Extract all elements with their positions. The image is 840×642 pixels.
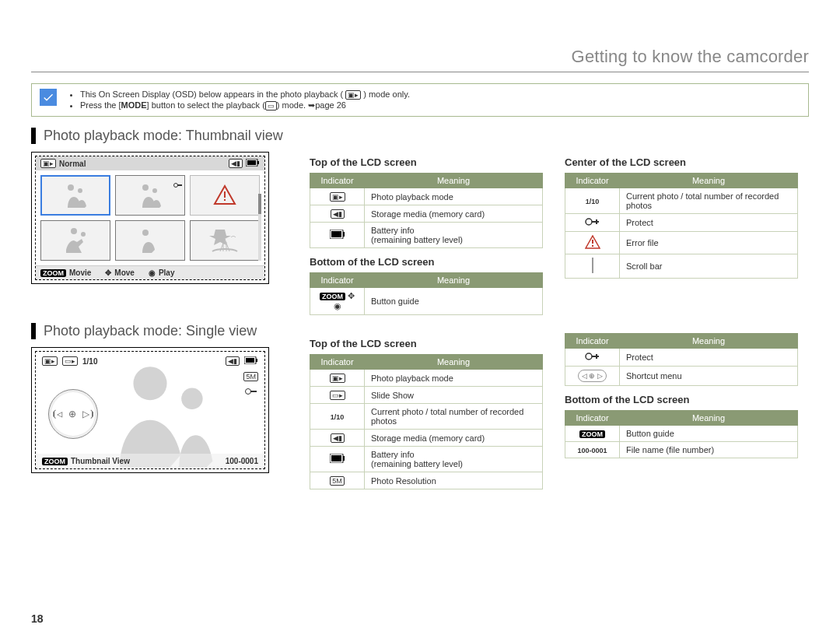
mode-button-label: MODE [121, 100, 147, 110]
filename-label: 100-0001 [226, 457, 258, 465]
svg-point-6 [152, 188, 157, 193]
page-number: 18 [31, 612, 44, 625]
label: Movie [69, 268, 91, 277]
photo-mode-icon: ▣▸ [42, 356, 58, 366]
th: Meaning [365, 355, 543, 370]
thumbnail-item[interactable] [115, 220, 185, 261]
thumbnail-view-button[interactable]: ZOOMThumbnail View [42, 457, 130, 465]
table-center-lcd: IndicatorMeaning 1/10Current photo / tot… [565, 173, 798, 279]
th: Indicator [565, 411, 620, 426]
thumbnail-item[interactable] [190, 175, 260, 216]
slideshow-icon: ▭▸ [62, 356, 78, 366]
thumbnail-item[interactable] [40, 220, 110, 261]
svg-rect-33 [592, 356, 599, 357]
svg-point-13 [142, 230, 149, 236]
svg-rect-8 [177, 184, 182, 186]
svg-rect-9 [224, 191, 226, 198]
normal-label: Normal [59, 160, 86, 168]
card-icon: ◀▮ [226, 356, 240, 366]
label: Move [114, 268, 135, 277]
zoom-icon: ZOOM [42, 458, 68, 465]
svg-point-12 [81, 232, 86, 237]
info-note-list: This On Screen Display (OSD) below appea… [68, 89, 410, 111]
photo-count: 1/10 [82, 357, 97, 366]
ok-icon: ◉ [334, 301, 341, 310]
svg-point-19 [245, 389, 250, 395]
th: Indicator [310, 355, 365, 370]
thumbnail-grid [40, 175, 260, 261]
table-top-lcd-a: IndicatorMeaning ▣▸Photo playback mode ◀… [310, 173, 543, 248]
table-bottom-lcd-a: IndicatorMeaning ZOOM ✥ ◉Button guide [310, 272, 543, 315]
svg-point-7 [174, 184, 178, 188]
filename-icon: 100-0001 [577, 447, 607, 454]
svg-point-4 [78, 188, 82, 193]
move-button[interactable]: ✥Move [105, 268, 135, 277]
meaning-cell: Current photo / total number of recorded… [620, 188, 798, 214]
thumbnail-item[interactable] [40, 175, 110, 216]
thumbnail-item[interactable] [115, 175, 185, 216]
photo-mode-icon: ▣▸ [345, 90, 361, 100]
meaning-cell: Slide Show [365, 387, 543, 404]
label: Thumbnail View [71, 457, 130, 465]
th: Meaning [620, 334, 798, 349]
shortcut-menu-wheel[interactable]: ⦗◁ ⊕ ▷⦘ [48, 389, 98, 439]
meaning-cell: Current photo / total number of recorded… [365, 404, 543, 430]
playback-icon: ▭ [265, 101, 277, 111]
scrollbar[interactable] [258, 194, 261, 261]
note-text: ] button to select the playback ( [147, 100, 265, 110]
svg-rect-1 [257, 161, 259, 164]
meaning-cell: Button guide [365, 288, 543, 315]
subheading: Bottom of the LCD screen [310, 256, 543, 268]
forward-icon: ▷⦘ [82, 409, 95, 419]
movie-button[interactable]: ZOOMMovie [40, 268, 91, 277]
lcd-thumbnail-mock: ▣▸ Normal ◀▮ 1/10 [31, 152, 269, 284]
protect-icon [585, 219, 600, 228]
svg-rect-22 [343, 232, 345, 237]
thumbnail-item[interactable] [190, 220, 260, 261]
zoom-icon: ZOOM [579, 430, 605, 438]
card-icon: ◀▮ [229, 159, 243, 168]
table-bottom-lcd-b: IndicatorMeaning ZOOMButton guide 100-00… [565, 410, 798, 458]
subheading: Center of the LCD screen [565, 156, 798, 168]
meaning-cell: Storage media (memory card) [365, 205, 543, 223]
photo-mode-icon: ▣▸ [330, 192, 345, 202]
svg-rect-25 [343, 456, 345, 461]
svg-rect-17 [256, 359, 257, 362]
svg-rect-29 [596, 219, 597, 224]
th: Meaning [365, 174, 543, 188]
section-title-single: Photo playback mode: Single view [31, 323, 288, 339]
protect-icon [245, 388, 257, 397]
zoom-icon: ZOOM [320, 293, 345, 300]
meaning-cell: Battery info (remaining battery level) [365, 223, 543, 248]
meaning-cell: Button guide [620, 426, 798, 442]
table-top-lcd-b: IndicatorMeaning ▣▸Photo playback mode ▭… [310, 354, 543, 489]
photo-mode-icon: ▣▸ [330, 374, 345, 383]
count-icon: 1/10 [586, 198, 600, 205]
battery-icon [246, 159, 260, 168]
protect-icon [585, 353, 600, 363]
meaning-cell: Protect [620, 349, 798, 367]
th: Indicator [310, 273, 365, 288]
th: Indicator [310, 174, 365, 188]
meaning-cell: Protect [620, 214, 798, 232]
count-icon: 1/10 [331, 413, 345, 421]
note-text: Press the [ [80, 100, 121, 110]
th: Indicator [565, 334, 620, 349]
photo-mode-icon: ▣▸ [40, 159, 56, 168]
meaning-cell: Photo Resolution [365, 472, 543, 489]
resolution-icon: 5M [243, 372, 258, 381]
subheading: Bottom of the LCD screen [565, 394, 798, 405]
info-note-box: This On Screen Display (OSD) below appea… [31, 83, 809, 117]
lcd-single-mock: ▣▸ ▭▸ 1/10 ◀▮ 5M [31, 347, 269, 473]
svg-point-32 [586, 353, 592, 360]
svg-rect-34 [596, 354, 597, 359]
note-text: ) mode. [277, 100, 308, 110]
svg-point-11 [71, 228, 77, 234]
meaning-cell: Storage media (memory card) [365, 430, 543, 447]
svg-rect-23 [331, 231, 341, 237]
subheading: Top of the LCD screen [310, 156, 543, 168]
label: Play [159, 268, 175, 277]
play-button[interactable]: ◉Play [149, 268, 175, 277]
rewind-icon: ⦗◁ [51, 409, 62, 419]
svg-rect-31 [592, 245, 593, 247]
